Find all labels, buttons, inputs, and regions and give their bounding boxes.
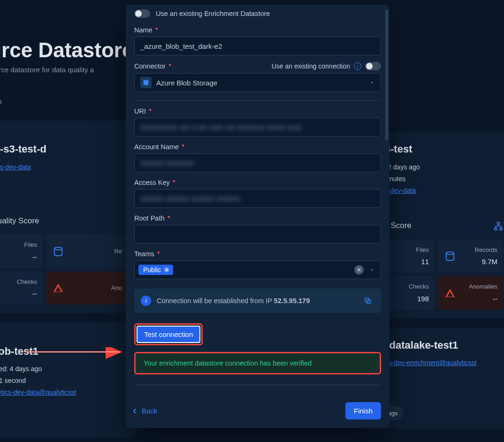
card-title: ure-datalake-test1 xyxy=(370,336,503,355)
teams-label: Teams xyxy=(134,250,154,258)
quality-score-row: – Quality Score xyxy=(0,214,128,229)
access-key-label: Access Key xyxy=(134,179,170,186)
datastore-card[interactable]: #199 azure-bob-test1 alog completed: 4 d… xyxy=(0,322,136,437)
azure-blob-icon xyxy=(140,77,152,88)
verified-highlight: Your enrichment datastore connection has… xyxy=(134,352,381,374)
alert-icon xyxy=(52,282,64,294)
existing-connection-toggle[interactable] xyxy=(365,62,381,70)
connector-select[interactable]: Azure Blob Storage xyxy=(134,73,381,92)
svg-rect-2 xyxy=(497,222,500,224)
account-name-label: Account Name xyxy=(134,143,179,151)
copy-ip-button[interactable] xyxy=(361,294,374,307)
access-key-input[interactable]: XXXXX XXXXX XXXXX XXXXX xyxy=(134,189,381,208)
name-label: Name xyxy=(134,26,153,34)
name-input[interactable] xyxy=(134,37,381,55)
uri-input[interactable]: XXXXXXXX XX X XX XXX XX XXXXXX XXXX XXX xyxy=(134,118,381,137)
database-icon xyxy=(52,245,64,258)
stat-anomalies: Ano xyxy=(46,272,128,305)
database-icon xyxy=(444,250,456,262)
stat-records: Re xyxy=(46,235,128,267)
connector-label: Connector xyxy=(134,62,166,70)
existing-connection-label: Use an existing connection xyxy=(272,62,350,70)
svg-point-5 xyxy=(446,252,454,255)
remove-chip-icon[interactable] xyxy=(163,266,170,274)
svg-rect-4 xyxy=(500,228,502,230)
card-title: s-s3-test xyxy=(370,140,503,159)
connection-ip: 52.5.95.179 xyxy=(274,297,310,305)
stat-files: Files-- xyxy=(0,235,43,267)
chevron-down-icon xyxy=(369,267,375,273)
back-button[interactable]: Back xyxy=(130,407,157,415)
card-id: #231 xyxy=(0,129,128,140)
test-connection-highlight: Test connection xyxy=(134,323,203,345)
clear-all-icon[interactable] xyxy=(354,265,364,274)
account-name-input[interactable]: XXXXX XXXXXX xyxy=(134,153,381,172)
search-input[interactable]: Search xyxy=(0,91,136,111)
card-uri-link[interactable]: wasbs://qualytics-dev-data@qualyticsst xyxy=(0,389,76,396)
card-id: #199 xyxy=(0,331,128,342)
verified-message: Your enrichment datastore connection has… xyxy=(137,354,379,372)
root-path-input[interactable] xyxy=(134,225,381,244)
card-uri-link[interactable]: s3a://qualytics-dev-data xyxy=(0,163,31,171)
modal-scrollbar[interactable] xyxy=(385,9,388,428)
datastore-card[interactable]: #231 amazon-s3-test-d s3a://qualytics-de… xyxy=(0,121,136,313)
enrichment-toggle[interactable] xyxy=(134,9,150,18)
teams-select[interactable]: Public xyxy=(134,260,381,279)
stat-anomalies: Anomalies-- xyxy=(438,276,503,309)
svg-rect-6 xyxy=(144,80,149,85)
tree-icon[interactable] xyxy=(494,221,503,231)
finish-button[interactable]: Finish xyxy=(345,402,381,419)
connection-info-banner: i Connection will be established from IP… xyxy=(134,289,381,313)
chevron-down-icon xyxy=(369,80,375,85)
enrichment-toggle-label: Use an existing Enrichment Datastore xyxy=(156,10,270,17)
info-icon: i xyxy=(141,296,151,306)
svg-point-1 xyxy=(54,247,62,250)
stat-records: Records9.7M xyxy=(438,240,503,273)
uri-label: URI xyxy=(134,107,146,115)
chevron-left-icon xyxy=(130,407,139,415)
test-connection-button[interactable]: Test connection xyxy=(137,326,200,343)
quality-score-row: uality Score xyxy=(370,219,503,233)
create-datastore-modal: Use an existing Enrichment Datastore Nam… xyxy=(126,5,389,428)
alert-icon xyxy=(444,287,456,299)
team-chip-public: Public xyxy=(138,265,173,275)
info-icon[interactable]: i xyxy=(354,62,361,70)
root-path-label: Root Path xyxy=(134,214,165,222)
svg-rect-3 xyxy=(495,228,497,230)
stat-checks: Checks-- xyxy=(0,272,43,305)
card-title: amazon-s3-test-d xyxy=(0,140,128,159)
card-title: azure-bob-test1 xyxy=(0,342,128,361)
